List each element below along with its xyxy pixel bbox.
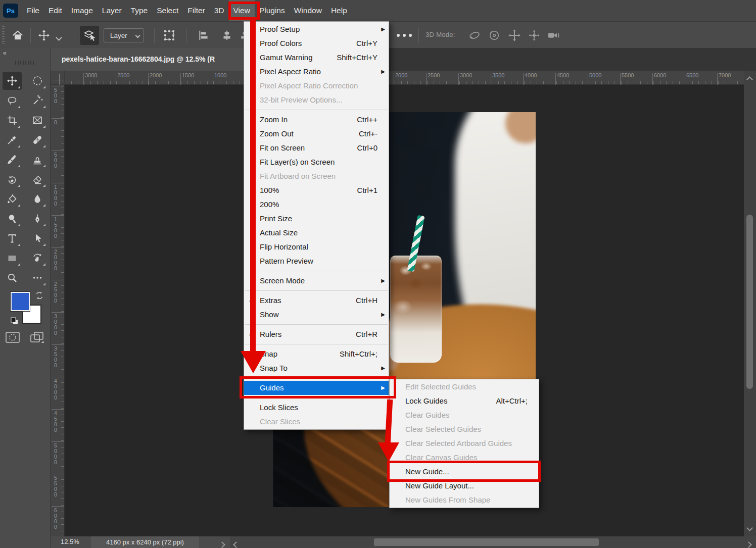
- menu-item-new-guide[interactable]: New Guide...: [390, 465, 539, 479]
- tool-zoom[interactable]: [3, 269, 22, 287]
- menu-item-clear-canvas-guides[interactable]: Clear Canvas Guides: [390, 451, 539, 465]
- tool-clone-stamp[interactable]: [28, 151, 47, 169]
- screen-mode-button[interactable]: [29, 331, 45, 345]
- align-left-button[interactable]: [194, 26, 213, 45]
- tool-brush[interactable]: [3, 151, 22, 169]
- scroll-left-icon[interactable]: [234, 540, 239, 548]
- menu-item-32-bit-preview-options[interactable]: 32-bit Preview Options...: [244, 93, 389, 107]
- more-options-icon[interactable]: [397, 34, 414, 37]
- status-info-chevron-icon[interactable]: [220, 540, 224, 548]
- menubar-item-file[interactable]: File: [22, 0, 44, 21]
- ruler-origin-box[interactable]: [51, 71, 65, 85]
- tool-elliptical-marquee[interactable]: [28, 72, 47, 90]
- menu-item-flip-horizontal[interactable]: Flip Horizontal: [244, 240, 389, 254]
- menu-item-new-guide-layout[interactable]: New Guide Layout...: [390, 479, 539, 493]
- menu-item-pattern-preview[interactable]: Pattern Preview: [244, 254, 389, 268]
- menu-item-100[interactable]: 100%Ctrl+1: [244, 183, 389, 197]
- threed-orbit-button[interactable]: [465, 26, 484, 45]
- menubar-item-view[interactable]: View: [229, 0, 255, 21]
- threed-camera-button[interactable]: [544, 26, 563, 45]
- scroll-down-icon[interactable]: [747, 523, 752, 532]
- menu-item-200[interactable]: 200%: [244, 197, 389, 212]
- threed-pan-button[interactable]: [505, 26, 524, 45]
- show-transform-controls-button[interactable]: [160, 26, 179, 45]
- menu-item-zoom-out[interactable]: Zoom OutCtrl+-: [244, 127, 389, 141]
- menu-item-pixel-aspect-ratio-correction[interactable]: Pixel Aspect Ratio Correction: [244, 79, 389, 93]
- swap-colors-icon[interactable]: [34, 290, 44, 301]
- menu-item-fit-artboard-on-screen[interactable]: Fit Artboard on Screen: [244, 169, 389, 183]
- tool-pen[interactable]: [28, 210, 47, 228]
- auto-select-layers-button[interactable]: [80, 26, 99, 45]
- tool-type[interactable]: [3, 229, 22, 247]
- menubar-item-select[interactable]: Select: [152, 0, 183, 21]
- vertical-scrollbar[interactable]: [744, 71, 756, 536]
- default-colors-icon[interactable]: [10, 317, 19, 326]
- menubar-item-layer[interactable]: Layer: [98, 0, 126, 21]
- menubar-item-help[interactable]: Help: [326, 0, 352, 21]
- menu-item-clear-slices[interactable]: Clear Slices: [244, 415, 389, 429]
- vertical-scrollbar-thumb[interactable]: [746, 215, 753, 389]
- zoom-level-field[interactable]: 12.5%: [61, 538, 79, 545]
- menu-item-fit-layer-s-on-screen[interactable]: Fit Layer(s) on Screen: [244, 155, 389, 169]
- tool-magic-wand[interactable]: [28, 91, 47, 110]
- menubar-item-window[interactable]: Window: [290, 0, 326, 21]
- options-bar-grip[interactable]: [2, 26, 5, 44]
- menu-item-snap-to[interactable]: Snap To▶: [244, 361, 389, 375]
- menu-item-snap[interactable]: ✓SnapShift+Ctrl+;: [244, 347, 389, 361]
- tool-history-brush[interactable]: [3, 170, 22, 188]
- menu-item-fit-on-screen[interactable]: Fit on ScreenCtrl+0: [244, 141, 389, 155]
- move-tool-options-button[interactable]: [34, 26, 54, 45]
- foreground-color-swatch[interactable]: [11, 292, 30, 311]
- tool-edit-toolbar[interactable]: [28, 269, 47, 287]
- tool-dodge[interactable]: [3, 210, 22, 228]
- tools-panel-grip[interactable]: [15, 61, 35, 65]
- scroll-right-icon[interactable]: [746, 540, 751, 548]
- menu-item-rulers[interactable]: ✓RulersCtrl+R: [244, 327, 389, 341]
- menu-item-proof-colors[interactable]: Proof ColorsCtrl+Y: [244, 36, 389, 51]
- menu-item-screen-mode[interactable]: Screen Mode▶: [244, 274, 389, 288]
- menu-item-zoom-in[interactable]: Zoom InCtrl++: [244, 113, 389, 127]
- menu-item-show[interactable]: Show▶: [244, 308, 389, 322]
- tool-spot-healing-brush[interactable]: [28, 131, 47, 149]
- collapse-panel-icon[interactable]: «: [3, 49, 6, 57]
- menubar-item-filter[interactable]: Filter: [183, 0, 209, 21]
- align-center-button[interactable]: [217, 26, 237, 45]
- menu-item-gamut-warning[interactable]: Gamut WarningShift+Ctrl+Y: [244, 51, 389, 65]
- tool-eyedropper[interactable]: [3, 131, 22, 149]
- menu-item-new-guides-from-shape[interactable]: New Guides From Shape: [390, 493, 539, 507]
- menu-item-print-size[interactable]: Print Size: [244, 212, 389, 226]
- tool-lasso[interactable]: [3, 91, 22, 110]
- quick-mask-button[interactable]: [5, 331, 20, 344]
- tool-paint-bucket[interactable]: [3, 190, 22, 208]
- menubar-item-image[interactable]: Image: [67, 0, 98, 21]
- menu-item-proof-setup[interactable]: Proof Setup▶: [244, 22, 389, 36]
- document-tab[interactable]: pexels-hatice-baran-16662804.jpg @ 12.5%…: [51, 48, 263, 71]
- tool-crop[interactable]: [3, 111, 22, 129]
- tool-rectangle[interactable]: [3, 249, 22, 267]
- chevron-down-icon[interactable]: [57, 33, 61, 42]
- horizontal-scrollbar-thumb[interactable]: [374, 538, 599, 546]
- menu-item-clear-selected-guides[interactable]: Clear Selected Guides: [390, 422, 539, 436]
- menu-item-pixel-aspect-ratio[interactable]: Pixel Aspect Ratio▶: [244, 65, 389, 79]
- horizontal-scrollbar[interactable]: [230, 536, 756, 548]
- tool-frame[interactable]: [28, 111, 47, 129]
- menu-item-actual-size[interactable]: Actual Size: [244, 226, 389, 240]
- home-button[interactable]: [8, 26, 27, 45]
- menu-item-guides[interactable]: Guides▶: [244, 381, 389, 395]
- scroll-up-icon[interactable]: [747, 75, 752, 84]
- threed-slide-button[interactable]: [525, 26, 544, 45]
- auto-select-target-dropdown[interactable]: Layer: [104, 28, 144, 42]
- menubar-item-edit[interactable]: Edit: [44, 0, 67, 21]
- menubar-item-3d[interactable]: 3D: [210, 0, 229, 21]
- menu-item-clear-selected-artboard-guides[interactable]: Clear Selected Artboard Guides: [390, 436, 539, 451]
- tool-rotate-view[interactable]: [28, 249, 47, 267]
- tool-blur[interactable]: [28, 190, 47, 208]
- menubar-item-type[interactable]: Type: [126, 0, 153, 21]
- tool-move[interactable]: [3, 72, 22, 90]
- tool-path-selection[interactable]: [28, 229, 47, 247]
- menubar-item-plugins[interactable]: Plugins: [255, 0, 290, 21]
- menu-item-lock-guides[interactable]: Lock GuidesAlt+Ctrl+;: [390, 394, 539, 408]
- menu-item-extras[interactable]: ✓ExtrasCtrl+H: [244, 293, 389, 308]
- threed-roll-button[interactable]: [485, 26, 504, 45]
- tool-eraser[interactable]: [28, 170, 47, 188]
